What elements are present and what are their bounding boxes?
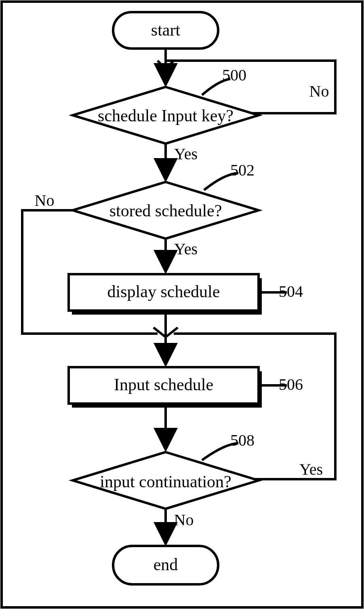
ref-508: 508 bbox=[230, 431, 255, 449]
merge2-tick-r bbox=[166, 328, 178, 336]
no-500: No bbox=[309, 82, 329, 100]
flowchart: start schedule Input key? 500 No Yes No … bbox=[0, 0, 364, 609]
decision-508-text: input continuation? bbox=[100, 472, 231, 491]
process-506-text: Input schedule bbox=[114, 375, 213, 394]
end-node: end bbox=[113, 546, 218, 584]
ref-506: 506 bbox=[279, 375, 303, 393]
process-504: display schedule bbox=[69, 274, 262, 315]
decision-500: schedule Input key? bbox=[73, 87, 259, 144]
yes-502: Yes bbox=[174, 240, 198, 258]
process-504-text: display schedule bbox=[107, 282, 220, 301]
ref-502: 502 bbox=[230, 161, 255, 179]
decision-502-text: stored schedule? bbox=[109, 201, 222, 220]
ref-504: 504 bbox=[279, 282, 303, 300]
yes-500: Yes bbox=[174, 145, 198, 163]
end-label: end bbox=[154, 555, 178, 574]
no-502: No bbox=[35, 191, 55, 209]
yes-508: Yes bbox=[299, 460, 323, 478]
start-node: start bbox=[113, 12, 218, 49]
start-label: start bbox=[151, 21, 181, 39]
ref-500: 500 bbox=[222, 66, 246, 84]
decision-500-text: schedule Input key? bbox=[98, 106, 234, 125]
merge2-tick-l bbox=[154, 328, 165, 336]
no-508: No bbox=[174, 511, 194, 529]
process-506: Input schedule bbox=[69, 367, 262, 408]
decision-508: input continuation? bbox=[73, 452, 259, 509]
decision-502: stored schedule? bbox=[73, 182, 259, 239]
